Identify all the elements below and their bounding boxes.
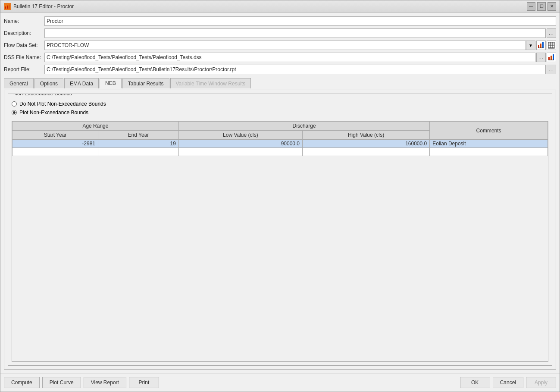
svg-rect-5 [538, 45, 539, 48]
end-year-cell-empty[interactable] [98, 148, 179, 156]
tab-ema-data[interactable]: EMA Data [64, 78, 99, 88]
report-file-label: Report File: [4, 66, 43, 72]
report-file-input[interactable] [44, 65, 546, 74]
svg-rect-17 [553, 54, 554, 60]
high-value-cell[interactable]: 160000.0 [303, 140, 430, 148]
tab-options[interactable]: Options [34, 78, 63, 88]
title-bar: Bulletin 17 Editor - Proctor — ☐ ✕ [0, 0, 560, 13]
comments-cell[interactable]: Eolian Deposit [430, 140, 548, 148]
description-browse-button[interactable]: ... [547, 28, 556, 38]
flow-table-icon-button[interactable] [547, 41, 556, 50]
discharge-header: Discharge [178, 122, 429, 131]
bottom-left-buttons: Compute Plot Curve View Report Print [4, 377, 159, 388]
low-value-header: Low Value (cfs) [178, 131, 302, 140]
dss-chart-icon-button[interactable] [547, 53, 556, 62]
svg-rect-16 [551, 56, 552, 60]
radio-plot-row[interactable]: Plot Non-Exceedance Bounds [12, 110, 548, 116]
dss-browse-button[interactable]: ... [536, 53, 546, 62]
radio-do-not-plot[interactable] [12, 101, 17, 107]
radio-do-not-plot-row[interactable]: Do Not Plot Non-Exceedance Bounds [12, 101, 548, 107]
svg-rect-15 [548, 57, 550, 60]
cancel-button[interactable]: Cancel [493, 377, 523, 388]
radio-plot[interactable] [12, 110, 17, 115]
description-row: Description: ... [4, 28, 556, 38]
report-browse-button[interactable]: ... [547, 65, 556, 74]
dss-file-name-input[interactable] [44, 53, 535, 62]
title-controls: — ☐ ✕ [527, 2, 556, 11]
comments-cell-empty[interactable] [430, 148, 548, 156]
dss-file-name-label: DSS File Name: [4, 54, 43, 60]
description-input[interactable] [44, 28, 546, 38]
dss-file-name-row: DSS File Name: ... [4, 52, 556, 63]
report-file-row: Report File: ... [4, 64, 556, 75]
name-row: Name: [4, 16, 556, 26]
table-row[interactable] [13, 148, 548, 156]
flow-data-set-label: Flow Data Set: [4, 42, 43, 48]
minimize-button[interactable]: — [527, 2, 535, 11]
dss-file-name-group: ... [44, 53, 556, 62]
comments-header: Comments [430, 122, 548, 140]
group-box-legend: Non-Exceedance Bounds [12, 94, 74, 97]
flow-chart-icon-button[interactable] [536, 41, 546, 50]
neb-panel: Non-Exceedance Bounds Do Not Plot Non-Ex… [4, 90, 556, 370]
bottom-bar: Compute Plot Curve View Report Print OK … [0, 373, 560, 392]
age-range-header: Age Range [13, 122, 179, 131]
flow-data-set-dropdown-arrow[interactable]: ▼ [526, 41, 535, 50]
non-exceedance-bounds-group: Non-Exceedance Bounds Do Not Plot Non-Ex… [8, 94, 552, 366]
neb-table-scroll[interactable]: Age Range Discharge Comments Start Year … [12, 121, 548, 361]
high-value-cell-empty[interactable] [303, 148, 430, 156]
start-year-header: Start Year [13, 131, 98, 140]
name-label: Name: [4, 18, 43, 24]
print-button[interactable]: Print [129, 377, 159, 388]
description-field-group: ... [44, 28, 556, 38]
view-report-button[interactable]: View Report [84, 377, 126, 388]
end-year-header: End Year [98, 131, 179, 140]
flow-data-set-select[interactable]: PROCTOR-FLOW [44, 41, 526, 50]
ok-button[interactable]: OK [460, 377, 490, 388]
main-window: Bulletin 17 Editor - Proctor — ☐ ✕ Name:… [0, 0, 560, 392]
start-year-cell-empty[interactable] [13, 148, 98, 156]
window-title: Bulletin 17 Editor - Proctor [13, 3, 74, 9]
flow-data-set-row: Flow Data Set: PROCTOR-FLOW ▼ [4, 40, 556, 50]
end-year-cell[interactable]: 19 [98, 140, 179, 148]
svg-rect-6 [540, 44, 541, 48]
table-row[interactable]: -2981 19 90000.0 160000.0 Eolian Deposit [13, 140, 548, 148]
title-bar-left: Bulletin 17 Editor - Proctor [4, 3, 74, 10]
low-value-cell[interactable]: 90000.0 [178, 140, 302, 148]
tab-tabular-results[interactable]: Tabular Results [122, 78, 169, 88]
plot-curve-button[interactable]: Plot Curve [42, 377, 81, 388]
tabs-row: General Options EMA Data NEB Tabular Res… [4, 78, 556, 88]
close-button[interactable]: ✕ [547, 2, 556, 11]
neb-table-wrapper: Age Range Discharge Comments Start Year … [12, 121, 548, 362]
maximize-button[interactable]: ☐ [537, 2, 546, 11]
bottom-right-buttons: OK Cancel Apply [460, 377, 556, 388]
compute-button[interactable]: Compute [4, 377, 40, 388]
radio-plot-label: Plot Non-Exceedance Bounds [19, 110, 88, 116]
tab-neb[interactable]: NEB [100, 78, 122, 88]
flow-data-set-group: PROCTOR-FLOW ▼ [44, 41, 556, 50]
main-content: Name: Description: ... Flow Data Set: PR… [0, 13, 560, 373]
tab-variable-time-window: Variable Time Window Results [170, 78, 251, 88]
high-value-header: High Value (cfs) [303, 131, 430, 140]
app-icon [4, 3, 11, 10]
start-year-cell[interactable]: -2981 [13, 140, 98, 148]
svg-rect-7 [542, 42, 544, 48]
tab-general[interactable]: General [4, 78, 34, 88]
apply-button[interactable]: Apply [526, 377, 556, 388]
svg-rect-1 [5, 6, 6, 9]
report-file-group: ... [44, 65, 556, 74]
low-value-cell-empty[interactable] [178, 148, 302, 156]
neb-table: Age Range Discharge Comments Start Year … [12, 121, 548, 156]
name-input[interactable] [44, 16, 556, 26]
description-label: Description: [4, 30, 43, 36]
radio-do-not-plot-label: Do Not Plot Non-Exceedance Bounds [19, 101, 106, 107]
